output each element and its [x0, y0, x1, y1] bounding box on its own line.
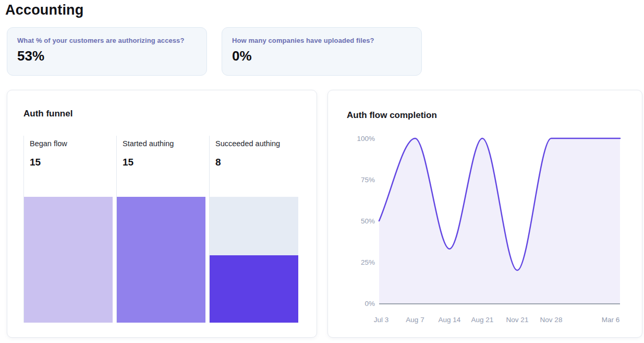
- charts-row: Auth funnel Began flow 15 Started authin…: [7, 90, 644, 338]
- stat-question: What % of your customers are authorizing…: [17, 37, 196, 44]
- funnel-stage-succeeded-authing: Succeeded authing 8: [209, 136, 302, 323]
- x-axis-tick-label: Aug 21: [471, 316, 494, 324]
- stats-row: What % of your customers are authorizing…: [7, 27, 644, 76]
- auth-funnel-card: Auth funnel Began flow 15 Started authin…: [7, 90, 317, 338]
- stat-question: How many companies have uploaded files?: [232, 37, 411, 44]
- area-fill: [379, 138, 620, 303]
- funnel-stage-value: 8: [210, 157, 302, 168]
- funnel-bar-track: [117, 197, 205, 323]
- funnel-bar-track: [210, 197, 298, 323]
- page-title: Accounting: [5, 2, 644, 18]
- x-axis-tick-label: Aug 7: [406, 316, 424, 324]
- x-axis-tick-label: Jul 3: [374, 316, 389, 324]
- funnel-bar: [24, 197, 113, 323]
- x-axis-tick-label: Mar 6: [602, 316, 620, 324]
- y-axis-tick-label: 100%: [357, 135, 375, 143]
- x-axis-tick-label: Nov 21: [506, 316, 529, 324]
- auth-funnel-title: Auth funnel: [23, 109, 317, 119]
- stat-card-uploaded-files: How many companies have uploaded files? …: [222, 27, 422, 76]
- accounting-dashboard: Accounting What % of your customers are …: [0, 0, 644, 338]
- funnel-stage-value: 15: [117, 157, 209, 168]
- stat-value: 0%: [232, 48, 411, 64]
- auth-flow-completion-chart: 0%25%50%75%100%Jul 3Aug 7Aug 14Aug 21Nov…: [328, 90, 642, 337]
- funnel-stage-label: Succeeded authing: [210, 136, 302, 148]
- x-axis-tick-label: Aug 14: [439, 316, 461, 324]
- y-axis-tick-label: 0%: [364, 300, 375, 307]
- auth-flow-completion-card: Auth flow completion 0%25%50%75%100%Jul …: [327, 90, 642, 338]
- funnel-bar: [210, 255, 298, 323]
- y-axis-tick-label: 25%: [361, 258, 375, 266]
- x-axis-tick-label: Nov 28: [540, 316, 563, 324]
- funnel-stage-value: 15: [24, 157, 116, 168]
- y-axis-tick-label: 50%: [361, 217, 375, 225]
- stat-card-authorizing-access: What % of your customers are authorizing…: [7, 27, 207, 76]
- funnel-bar-track: [24, 197, 113, 323]
- funnel-stage-label: Began flow: [24, 136, 116, 148]
- funnel-bar: [117, 197, 205, 323]
- auth-funnel-chart: Began flow 15 Started authing 15 Succeed…: [23, 136, 317, 323]
- funnel-stage-label: Started authing: [117, 136, 209, 148]
- y-axis-tick-label: 75%: [361, 176, 375, 184]
- funnel-stage-started-authing: Started authing 15: [116, 136, 209, 323]
- funnel-stage-began-flow: Began flow 15: [23, 136, 116, 323]
- stat-value: 53%: [17, 48, 196, 64]
